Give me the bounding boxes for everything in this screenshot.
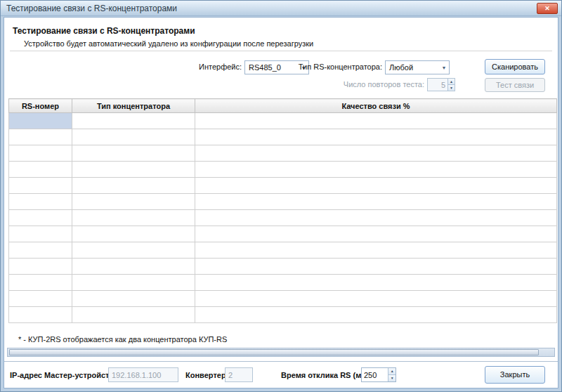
rs-table-header-row: RS-номер Тип концентратора Качество связ… — [9, 99, 557, 113]
table-row — [9, 162, 557, 178]
close-button[interactable]: Закрыть — [485, 366, 545, 384]
spin-down-icon: ▼ — [448, 85, 455, 91]
window-title: Тестирование связи с RS-концентраторами — [6, 4, 177, 13]
repeats-spinner: ▲ ▼ — [427, 78, 455, 91]
rs-table-body — [9, 113, 557, 323]
table-cell[interactable] — [9, 259, 72, 275]
table-cell[interactable] — [72, 291, 195, 307]
table-cell-selected[interactable] — [9, 113, 72, 129]
page-subtitle: Устройство будет автоматический удалено … — [24, 39, 313, 48]
rs-concentrators-table: RS-номер Тип концентратора Качество связ… — [8, 98, 557, 323]
table-cell[interactable] — [9, 307, 72, 323]
table-cell[interactable] — [72, 162, 195, 178]
spin-down-icon[interactable]: ▼ — [388, 375, 396, 381]
table-cell[interactable] — [9, 226, 72, 242]
table-cell[interactable] — [195, 178, 557, 194]
table-cell[interactable] — [195, 210, 557, 226]
table-cell[interactable] — [195, 129, 557, 145]
table-cell[interactable] — [72, 145, 195, 162]
table-cell[interactable] — [195, 242, 557, 259]
table-cell[interactable] — [9, 129, 72, 145]
table-cell[interactable] — [195, 307, 557, 323]
table-row — [9, 307, 557, 323]
table-cell[interactable] — [72, 129, 195, 145]
table-cell[interactable] — [195, 291, 557, 307]
table-cell[interactable] — [195, 162, 557, 178]
interface-combobox-value: RS485_0 — [249, 63, 281, 72]
converter-field-wrap — [225, 367, 253, 382]
table-row — [9, 129, 557, 145]
rs-type-label: Тип RS-концентратора: — [296, 63, 382, 71]
response-time-input[interactable] — [362, 368, 388, 381]
header-separator — [10, 51, 552, 51]
table-cell[interactable] — [195, 194, 557, 210]
table-row — [9, 226, 557, 242]
horizontal-scrollbar[interactable] — [7, 348, 555, 357]
chevron-down-icon[interactable]: ▼ — [439, 65, 449, 70]
main-panel: Тестирование связи с RS-концентраторами … — [4, 17, 558, 388]
table-cell[interactable] — [9, 242, 72, 259]
footnote: * - КУП-2RS отображается как два концент… — [18, 335, 227, 344]
table-row — [9, 145, 557, 162]
rs-type-combobox-value: Любой — [389, 63, 413, 72]
table-cell[interactable] — [72, 113, 195, 129]
table-cell[interactable] — [72, 194, 195, 210]
table-cell[interactable] — [72, 226, 195, 242]
spinner-arrows: ▲ ▼ — [447, 79, 455, 91]
converter-field — [226, 371, 252, 379]
spin-up-icon: ▲ — [448, 79, 455, 85]
table-cell[interactable] — [9, 210, 72, 226]
spin-up-icon[interactable]: ▲ — [388, 368, 396, 375]
table-cell[interactable] — [9, 145, 72, 162]
table-row — [9, 178, 557, 194]
table-cell[interactable] — [72, 259, 195, 275]
response-time-spinner[interactable]: ▲ ▼ — [361, 367, 396, 382]
title-bar[interactable]: Тестирование связи с RS-концентраторами … — [1, 1, 561, 16]
table-cell[interactable] — [72, 210, 195, 226]
table-row — [9, 194, 557, 210]
scan-button[interactable]: Сканировать — [485, 59, 545, 74]
response-time-label: Время отклика RS (мс.): — [281, 371, 373, 379]
dialog-window: Тестирование связи с RS-концентраторами … — [0, 0, 562, 392]
rs-type-combobox[interactable]: Любой ▼ — [385, 60, 450, 74]
test-link-button: Тест связи — [485, 78, 545, 92]
table-cell[interactable] — [9, 275, 72, 291]
table-cell[interactable] — [72, 307, 195, 323]
table-row — [9, 113, 557, 129]
table-cell[interactable] — [72, 275, 195, 291]
table-cell[interactable] — [195, 145, 557, 162]
page-title: Тестирование связи с RS-концентраторами — [13, 26, 195, 36]
column-header-rs-number[interactable]: RS-номер — [9, 99, 72, 113]
spinner-arrows[interactable]: ▲ ▼ — [388, 368, 396, 381]
column-header-concentrator-type[interactable]: Тип концентратора — [72, 99, 195, 113]
footer-bar: IP-адрес Мастер-устройства: Конвертер Вр… — [4, 361, 558, 388]
ip-address-label: IP-адрес Мастер-устройства: — [10, 371, 121, 379]
table-cell[interactable] — [195, 226, 557, 242]
table-cell[interactable] — [195, 275, 557, 291]
converter-label: Конвертер — [185, 371, 226, 379]
ip-address-field-wrap — [108, 367, 178, 382]
repeats-label: Число повторов теста: — [326, 80, 424, 89]
ip-address-field — [109, 371, 178, 379]
scrollbar-thumb[interactable] — [9, 349, 539, 355]
table-cell[interactable] — [9, 178, 72, 194]
table-row — [9, 210, 557, 226]
repeats-input — [428, 79, 447, 91]
table-row — [9, 275, 557, 291]
close-icon[interactable]: ✕ — [537, 3, 558, 14]
table-row — [9, 259, 557, 275]
table-cell[interactable] — [72, 178, 195, 194]
table-row — [9, 291, 557, 307]
table-cell[interactable] — [9, 162, 72, 178]
interface-label: Интерфейс: — [180, 63, 242, 71]
column-header-link-quality[interactable]: Качество связи % — [195, 99, 557, 113]
table-cell[interactable] — [195, 259, 557, 275]
table-cell[interactable] — [195, 113, 557, 129]
table-cell[interactable] — [9, 194, 72, 210]
table-cell[interactable] — [9, 291, 72, 307]
table-row — [9, 242, 557, 259]
table-cell[interactable] — [72, 242, 195, 259]
